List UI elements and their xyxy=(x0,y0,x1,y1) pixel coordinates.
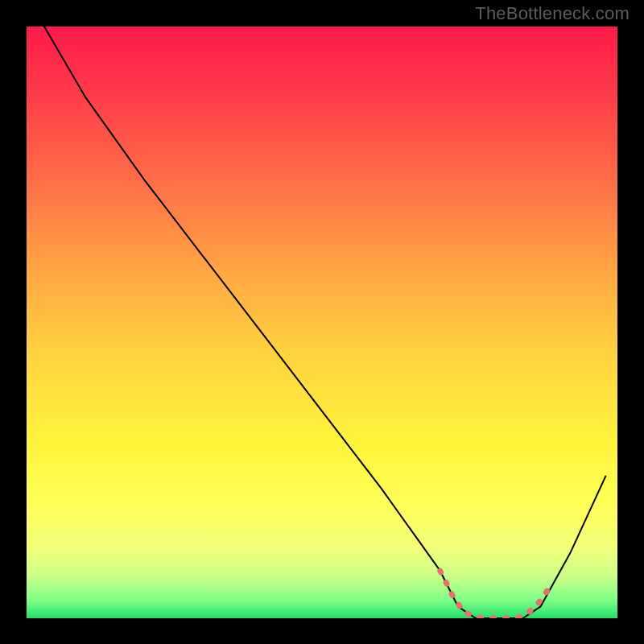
chart-container: TheBottleneck.com xyxy=(0,0,644,644)
bottleneck-chart xyxy=(0,0,644,644)
gradient-background xyxy=(27,27,617,618)
watermark-text: TheBottleneck.com xyxy=(475,3,630,24)
